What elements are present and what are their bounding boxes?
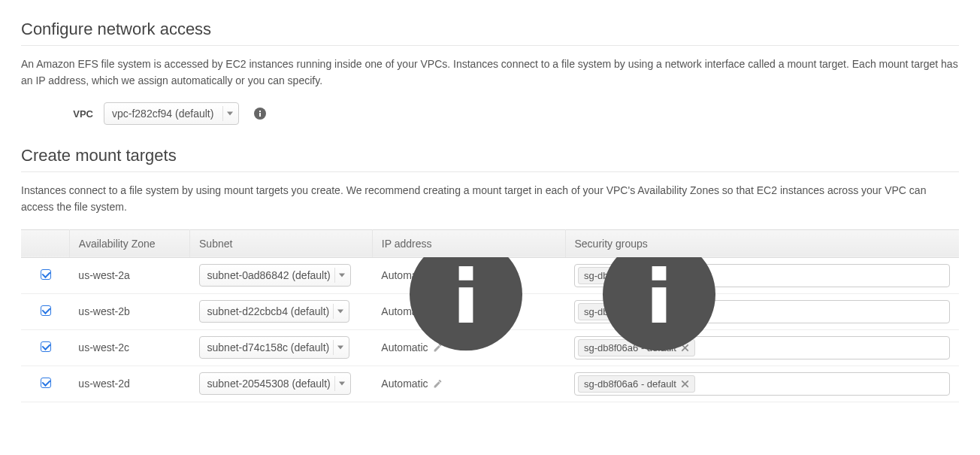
subnet-dropdown[interactable]: subnet-d22cbcb4 (default)	[199, 300, 350, 323]
info-icon[interactable]	[353, 238, 364, 249]
divider	[21, 171, 959, 172]
subnet-selected-value: subnet-d22cbcb4 (default)	[207, 305, 330, 317]
divider	[21, 45, 959, 46]
row-checkbox[interactable]	[41, 269, 51, 280]
close-icon[interactable]	[681, 380, 689, 388]
chevron-down-icon	[339, 382, 345, 386]
ip-cell[interactable]: Automatic	[381, 378, 442, 390]
security-groups-input[interactable]: sg-db8f06a6 - default	[574, 372, 950, 396]
vpc-dropdown[interactable]: vpc-f282cf94 (default)	[104, 102, 239, 125]
section-title-mount: Create mount targets	[21, 146, 959, 165]
subnet-dropdown[interactable]: subnet-d74c158c (default)	[199, 336, 350, 359]
info-icon[interactable]	[940, 238, 951, 249]
vpc-row: VPC vpc-f282cf94 (default)	[21, 102, 959, 125]
page-container: Configure network access An Amazon EFS f…	[0, 0, 980, 425]
az-cell: us-west-2a	[69, 257, 189, 293]
subnet-dropdown[interactable]: subnet-0ad86842 (default)	[199, 264, 351, 287]
subnet-selected-value: subnet-20545308 (default)	[207, 378, 331, 390]
row-checkbox[interactable]	[41, 305, 51, 316]
chevron-down-icon	[337, 310, 343, 314]
mount-description: Instances connect to a file system by us…	[21, 183, 959, 215]
info-icon[interactable]	[546, 238, 558, 249]
info-icon[interactable]	[254, 108, 266, 120]
row-checkbox[interactable]	[41, 378, 51, 388]
subnet-selected-value: subnet-0ad86842 (default)	[207, 269, 331, 281]
col-header-subnet: Subnet	[190, 229, 373, 257]
mount-targets-table: Availability Zone Subnet IP address Secu…	[21, 229, 959, 402]
subnet-selected-value: subnet-d74c158c (default)	[207, 341, 330, 353]
col-header-checkbox	[21, 229, 69, 257]
row-checkbox[interactable]	[41, 341, 51, 352]
subnet-dropdown[interactable]: subnet-20545308 (default)	[199, 372, 351, 395]
az-cell: us-west-2b	[69, 293, 189, 329]
col-header-az: Availability Zone	[69, 229, 189, 257]
vpc-selected-value: vpc-f282cf94 (default)	[112, 108, 213, 120]
table-row: us-west-2d subnet-20545308 (default) Aut…	[21, 366, 959, 402]
network-description: An Amazon EFS file system is accessed by…	[21, 56, 959, 89]
security-group-tag: sg-db8f06a6 - default	[578, 375, 695, 393]
chevron-down-icon	[227, 112, 233, 116]
col-header-ip: IP address	[372, 229, 565, 257]
ip-value: Automatic	[381, 378, 428, 390]
security-group-label: sg-db8f06a6 - default	[584, 378, 676, 390]
col-header-sg: Security groups	[565, 229, 959, 257]
section-title-network: Configure network access	[21, 20, 959, 39]
az-cell: us-west-2c	[69, 329, 189, 366]
pencil-icon	[433, 379, 443, 389]
chevron-down-icon	[337, 346, 343, 350]
vpc-label: VPC	[21, 108, 104, 120]
chevron-down-icon	[339, 274, 345, 278]
az-cell: us-west-2d	[69, 366, 189, 402]
